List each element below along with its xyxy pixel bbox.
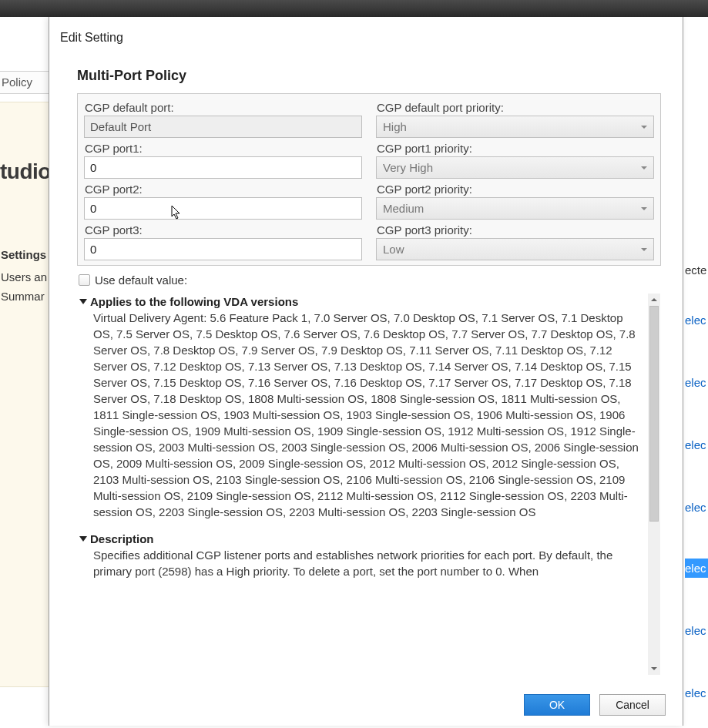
cgp-port2-priority-select[interactable]: Medium	[376, 197, 654, 220]
cgp-default-port-label: CGP default port:	[84, 99, 362, 116]
right-label: ecte	[685, 263, 708, 277]
cgp-port3-priority-select[interactable]: Low	[376, 238, 654, 260]
dialog-title: Edit Setting	[49, 17, 683, 49]
cgp-default-priority-select[interactable]: High	[376, 116, 654, 138]
use-default-checkbox[interactable]	[79, 274, 90, 286]
left-nav-header[interactable]: Settings	[0, 248, 51, 261]
description-expander[interactable]: Description	[78, 531, 645, 547]
right-link-selected[interactable]: elec	[685, 559, 708, 578]
right-link[interactable]: elec	[685, 501, 708, 514]
caret-down-icon	[79, 299, 87, 304]
edit-setting-dialog: Edit Setting Multi-Port Policy CGP defau…	[49, 17, 683, 726]
description-body: Specifies additional CGP listener ports …	[78, 547, 645, 582]
left-nav-summary[interactable]: Summar	[0, 290, 51, 303]
details-scroll-panel: Applies to the following VDA versions Vi…	[77, 293, 661, 676]
cgp-port3-priority-label: CGP port3 priority:	[376, 221, 654, 238]
studio-heading: tudio	[0, 159, 51, 184]
port-settings-group: CGP default port: Default Port CGP defau…	[77, 93, 661, 266]
ok-button[interactable]: OK	[524, 694, 590, 716]
right-link[interactable]: elec	[685, 376, 708, 389]
right-link[interactable]: elec	[685, 314, 708, 327]
right-link[interactable]: elec	[685, 438, 708, 451]
cgp-port2-input[interactable]: 0	[84, 197, 362, 220]
scroll-thumb[interactable]	[649, 306, 659, 522]
cgp-default-priority-label: CGP default port priority:	[376, 99, 654, 116]
caret-down-icon	[79, 536, 87, 542]
tab-policy[interactable]: Policy	[0, 71, 50, 94]
chevron-down-icon	[641, 248, 647, 251]
vertical-scrollbar[interactable]	[648, 294, 660, 675]
section-heading: Multi-Port Policy	[77, 68, 661, 84]
cgp-port1-input[interactable]: 0	[84, 156, 362, 179]
dialog-footer: OK Cancel	[49, 683, 683, 726]
cgp-default-port-input[interactable]: Default Port	[84, 116, 362, 138]
window-titlebar	[0, 0, 708, 17]
cgp-port3-input[interactable]: 0	[84, 238, 362, 260]
scroll-up-button[interactable]	[648, 294, 660, 306]
chevron-down-icon	[641, 166, 647, 169]
select-value: Very High	[383, 161, 433, 174]
select-value: High	[383, 120, 407, 133]
description-section: Description Specifies additional CGP lis…	[78, 531, 645, 582]
left-panel-bg	[0, 102, 51, 687]
select-value: Medium	[383, 202, 424, 215]
cgp-port1-label: CGP port1:	[84, 139, 362, 156]
left-nav: Settings Users an Summar	[0, 248, 51, 309]
chevron-down-icon	[641, 126, 647, 129]
cgp-port2-label: CGP port2:	[84, 180, 362, 197]
cgp-port2-priority-label: CGP port2 priority:	[376, 180, 654, 197]
cgp-port3-label: CGP port3:	[84, 221, 362, 238]
applies-section: Applies to the following VDA versions Vi…	[78, 294, 645, 523]
cgp-port1-priority-select[interactable]: Very High	[376, 156, 654, 179]
right-link[interactable]: elec	[685, 624, 708, 637]
select-value: Low	[383, 243, 404, 256]
left-nav-users[interactable]: Users an	[0, 270, 51, 283]
cgp-port1-priority-label: CGP port1 priority:	[376, 139, 654, 156]
applies-body: Virtual Delivery Agent: 5.6 Feature Pack…	[78, 310, 645, 523]
applies-expander[interactable]: Applies to the following VDA versions	[78, 294, 645, 310]
use-default-label: Use default value:	[95, 273, 187, 287]
description-header-text: Description	[90, 532, 154, 545]
right-link[interactable]: elec	[685, 686, 708, 699]
use-default-row: Use default value:	[79, 273, 661, 287]
chevron-down-icon	[641, 207, 647, 210]
applies-header-text: Applies to the following VDA versions	[90, 295, 298, 308]
right-panel: ecte elec elec elec elec elec elec elec …	[685, 94, 708, 687]
cancel-button[interactable]: Cancel	[599, 694, 666, 716]
scroll-down-button[interactable]	[648, 663, 660, 675]
